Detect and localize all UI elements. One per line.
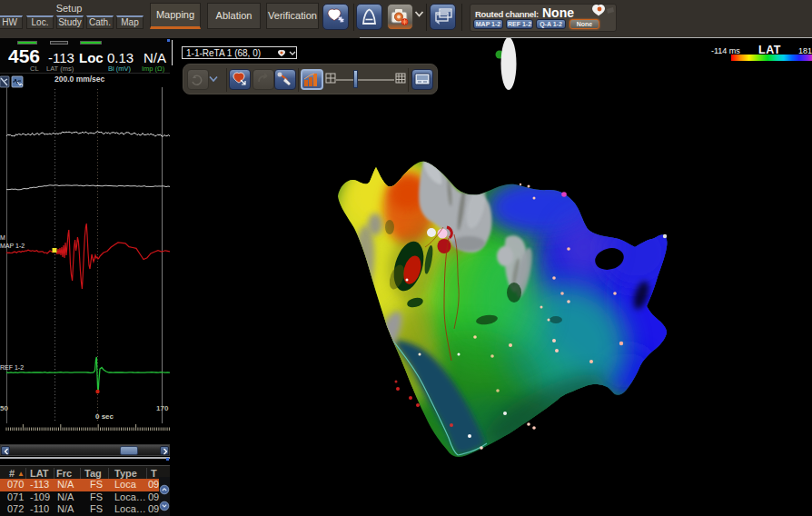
svg-text:0 sec: 0 sec: [95, 412, 114, 421]
svg-text:50: 50: [0, 404, 8, 412]
svg-text:200.0 mm/sec: 200.0 mm/sec: [54, 74, 105, 84]
svg-text:MAP 1-2: MAP 1-2: [0, 243, 25, 249]
svg-text:M: M: [0, 234, 5, 241]
svg-text:REF 1-2: REF 1-2: [0, 364, 24, 371]
svg-text:170: 170: [156, 404, 169, 412]
